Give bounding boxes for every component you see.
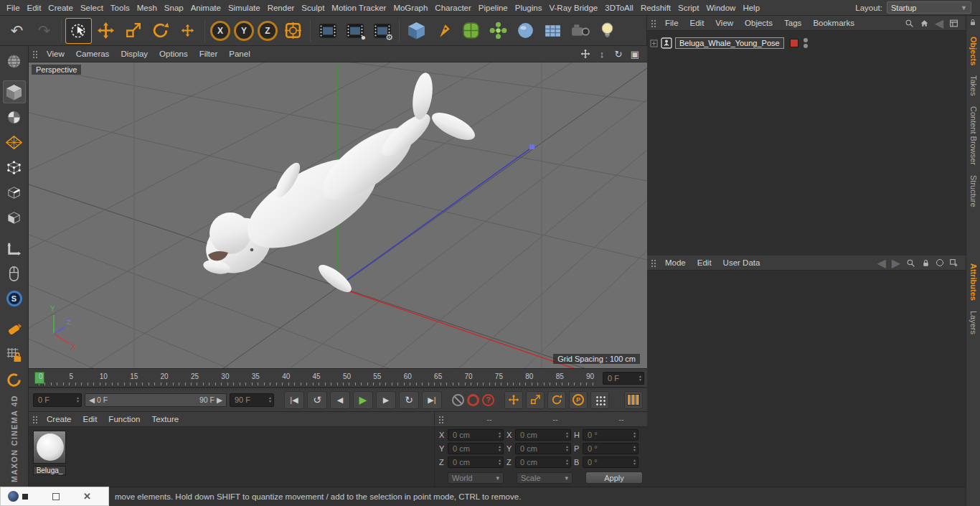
- subdivision-surface-button[interactable]: [458, 18, 484, 44]
- spinner-icon[interactable]: ▴▾: [499, 431, 501, 439]
- spiral-tool-button[interactable]: [3, 368, 26, 391]
- edges-mode-button[interactable]: [3, 181, 26, 204]
- menubar-item[interactable]: Render: [264, 1, 298, 14]
- preview-range-slider[interactable]: ◀ 0 F 90 F ▶: [85, 393, 227, 407]
- add-camera-button[interactable]: [567, 18, 593, 44]
- menubar-item[interactable]: File: [3, 1, 24, 14]
- viewport-menu-item[interactable]: Panel: [223, 48, 255, 60]
- range-right-arrow-icon[interactable]: ▶: [217, 395, 222, 404]
- redo-button[interactable]: ↷: [31, 18, 57, 44]
- workplane-lock-button[interactable]: [3, 343, 26, 366]
- undo-button[interactable]: ↶: [4, 18, 30, 44]
- app-icon[interactable]: [8, 491, 19, 502]
- timeline-frame-field[interactable]: 0 F ▴▾: [603, 372, 644, 385]
- panel-menu-icon[interactable]: [949, 19, 958, 28]
- x-axis-lock-button[interactable]: X: [210, 21, 230, 41]
- lock-icon[interactable]: [921, 258, 930, 268]
- right-panel-tab[interactable]: Content Browser: [969, 106, 978, 165]
- panel-grip-icon[interactable]: [438, 415, 445, 424]
- menubar-item[interactable]: Mesh: [133, 1, 161, 14]
- focus-icon[interactable]: [936, 259, 943, 266]
- rotation-input[interactable]: 0 °▴▾: [583, 429, 639, 441]
- menubar-item[interactable]: Character: [431, 1, 475, 14]
- object-row[interactable]: Beluga_Whale_Young_Pose: [650, 37, 808, 50]
- material-menu-item[interactable]: Create: [41, 414, 77, 424]
- window-minimize-icon[interactable]: [22, 494, 28, 500]
- right-panel-tab[interactable]: Layers: [969, 311, 978, 334]
- back-arrow-icon[interactable]: ◀: [935, 17, 943, 30]
- render-picture-viewer-button[interactable]: ●: [341, 18, 368, 44]
- menubar-item[interactable]: Select: [77, 1, 107, 14]
- material-name[interactable]: Beluga_: [33, 466, 66, 475]
- spinner-icon[interactable]: ▴▾: [633, 431, 636, 439]
- search-icon[interactable]: [906, 258, 915, 268]
- spline-pen-button[interactable]: [430, 18, 457, 44]
- workplane-mode-button[interactable]: [3, 131, 26, 154]
- material-tag-chip[interactable]: [790, 39, 798, 47]
- hierarchy-expand-icon[interactable]: [650, 39, 658, 47]
- snap-toggle-button[interactable]: S: [3, 287, 26, 310]
- spinner-icon[interactable]: ▴▾: [499, 459, 501, 466]
- attribute-manager-menu-item[interactable]: User Data: [717, 258, 766, 268]
- size-input[interactable]: 0 cm▴▾: [515, 443, 571, 454]
- move-tool-button[interactable]: [93, 18, 119, 44]
- mograph-cloner-button[interactable]: [485, 18, 512, 44]
- position-input[interactable]: 0 cm▴▾: [448, 429, 504, 441]
- rotation-key-button[interactable]: [547, 391, 566, 409]
- viewport-menu-item[interactable]: Cameras: [70, 48, 116, 60]
- material-menu-item[interactable]: Texture: [146, 414, 184, 424]
- spinner-icon[interactable]: ▴▾: [639, 375, 641, 382]
- menubar-item[interactable]: 3DToAll: [601, 1, 637, 14]
- previous-key-button[interactable]: ↺: [307, 391, 327, 409]
- right-panel-tab[interactable]: Structure: [969, 175, 978, 207]
- previous-frame-button[interactable]: ◀: [330, 391, 350, 409]
- go-to-end-button[interactable]: ▶|: [422, 391, 442, 409]
- zoom-view-icon[interactable]: ↕: [596, 48, 608, 60]
- object-manager-menu-item[interactable]: File: [659, 18, 684, 28]
- last-used-tool-button[interactable]: [174, 18, 201, 44]
- range-left-arrow-icon[interactable]: ◀: [89, 395, 95, 404]
- panel-grip-icon[interactable]: [651, 19, 657, 28]
- point-record-button[interactable]: [452, 394, 464, 406]
- points-mode-button[interactable]: [3, 156, 26, 179]
- menubar-item[interactable]: Simulate: [225, 1, 264, 14]
- rotation-input[interactable]: 0 °▴▾: [583, 443, 639, 454]
- history-back-icon[interactable]: ◀: [877, 256, 885, 270]
- menubar-item[interactable]: Window: [702, 1, 739, 14]
- timeline-ruler[interactable]: 051015202530354045505560657075808590 0 F…: [29, 369, 647, 388]
- spinner-icon[interactable]: ▴▾: [633, 459, 636, 466]
- tweak-mode-button[interactable]: [3, 262, 26, 285]
- object-name[interactable]: Beluga_Whale_Young_Pose: [675, 37, 784, 49]
- viewport-menu-item[interactable]: View: [41, 48, 70, 60]
- menubar-item[interactable]: Motion Tracker: [328, 1, 390, 14]
- viewport-menu-item[interactable]: Display: [115, 48, 154, 60]
- history-forward-icon[interactable]: ▶: [892, 256, 900, 270]
- go-to-start-button[interactable]: |◀: [284, 391, 304, 409]
- paint-tube-button[interactable]: [3, 318, 26, 341]
- play-forward-button[interactable]: ▶: [353, 391, 373, 409]
- rotate-view-icon[interactable]: ↻: [613, 48, 624, 60]
- size-input[interactable]: 0 cm▴▾: [515, 456, 571, 468]
- pan-view-icon[interactable]: [580, 48, 591, 60]
- menubar-item[interactable]: Sculpt: [298, 1, 328, 14]
- panel-grip-icon[interactable]: [32, 415, 39, 424]
- viewport-menu-item[interactable]: Options: [154, 48, 194, 60]
- render-view-button[interactable]: [314, 18, 341, 44]
- home-icon[interactable]: [920, 19, 929, 28]
- make-editable-button[interactable]: [3, 50, 26, 72]
- z-axis-lock-button[interactable]: Z: [258, 21, 278, 41]
- attribute-manager-menu-item[interactable]: Edit: [692, 258, 717, 268]
- foreign-window-titlebar[interactable]: ✕: [0, 487, 109, 506]
- spinner-icon[interactable]: ▴▾: [566, 431, 568, 439]
- material-list[interactable]: Beluga_: [29, 427, 434, 487]
- rotation-input[interactable]: 0 °▴▾: [583, 456, 639, 468]
- spinner-icon[interactable]: ▴▾: [633, 445, 636, 452]
- keyframe-record-button[interactable]: [467, 394, 479, 406]
- new-panel-icon[interactable]: [949, 258, 958, 268]
- add-cube-button[interactable]: [403, 18, 430, 44]
- position-input[interactable]: 0 cm▴▾: [448, 443, 504, 454]
- menubar-item[interactable]: Redshift: [637, 1, 674, 14]
- window-maximize-icon[interactable]: [52, 493, 60, 500]
- menubar-item[interactable]: Create: [44, 1, 77, 14]
- object-tree[interactable]: Beluga_Whale_Young_Pose: [647, 31, 966, 256]
